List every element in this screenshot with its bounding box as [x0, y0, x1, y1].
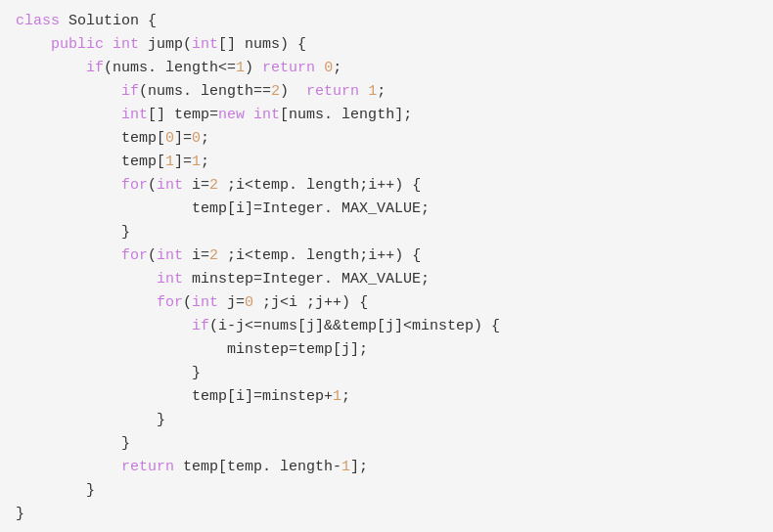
code-token: (i-j<=nums[j]&&temp[j]<minstep) { [209, 318, 500, 334]
code-token: ]= [174, 130, 192, 147]
code-token: ( [183, 294, 192, 311]
code-line: } [16, 479, 757, 503]
code-token: [] nums) { [218, 36, 306, 53]
code-token: temp[temp. length- [174, 459, 341, 475]
code-line: class Solution { [16, 10, 757, 33]
code-token: ;i<temp. length;i++) { [218, 247, 421, 264]
code-token: minstep=Integer. MAX_VALUE; [183, 271, 430, 288]
code-token [359, 83, 368, 100]
code-token: jump( [139, 36, 192, 53]
code-token: for [157, 294, 183, 311]
code-line: if(nums. length==2) return 1; [16, 80, 757, 104]
code-token: ) [280, 83, 306, 100]
code-line: for(int j=0 ;j<i ;j++) { [16, 291, 757, 315]
code-token: int [121, 107, 148, 123]
code-token: 0 [165, 130, 174, 147]
code-line: temp[i]=Integer. MAX_VALUE; [16, 198, 757, 221]
code-token [104, 36, 113, 53]
code-line: } [16, 409, 757, 432]
code-token: ]= [174, 154, 192, 170]
code-token [16, 271, 157, 288]
code-token: return [306, 83, 359, 100]
code-token: int [157, 247, 183, 264]
code-token: (nums. length<= [104, 60, 236, 76]
code-token [16, 482, 86, 499]
code-line: temp[1]=1; [16, 151, 757, 174]
code-token [16, 177, 121, 194]
code-token: int [253, 107, 280, 123]
code-token: 1 [192, 154, 201, 170]
code-token: for [121, 247, 148, 264]
code-token: ; [201, 130, 209, 147]
code-token: ( [148, 177, 157, 194]
code-token [16, 36, 51, 53]
code-token: } [86, 482, 95, 499]
code-token: 0 [324, 60, 333, 76]
code-token: 1 [236, 60, 245, 76]
code-token [16, 200, 192, 217]
code-token [16, 341, 227, 358]
code-line: if(i-j<=nums[j]&&temp[j]<minstep) { [16, 315, 757, 338]
code-token: ; [341, 388, 350, 405]
code-token: if [121, 83, 139, 100]
code-token: ) [245, 60, 262, 76]
code-token: } [16, 506, 24, 522]
code-token: (nums. length== [139, 83, 271, 100]
code-token: class [16, 13, 60, 29]
code-token [16, 83, 121, 100]
code-token: i= [183, 177, 209, 194]
code-token: ; [377, 83, 386, 100]
code-line: for(int i=2 ;i<temp. length;i++) { [16, 244, 757, 268]
code-token: public [51, 36, 104, 53]
code-token: ; [201, 154, 209, 170]
code-token: j= [218, 294, 245, 311]
code-line: minstep=temp[j]; [16, 338, 757, 362]
code-token: if [86, 60, 104, 76]
code-token: ]; [350, 459, 368, 475]
code-token: 0 [245, 294, 253, 311]
code-token: int [157, 271, 183, 288]
code-line: return temp[temp. length-1]; [16, 456, 757, 479]
code-line: temp[i]=minstep+1; [16, 385, 757, 409]
code-line: if(nums. length<=1) return 0; [16, 57, 757, 80]
code-token: temp[i]=Integer. MAX_VALUE; [192, 200, 430, 217]
code-line: temp[0]=0; [16, 127, 757, 151]
code-token [245, 107, 253, 123]
code-token: 1 [341, 459, 350, 475]
code-token: 2 [209, 177, 218, 194]
code-line: } [16, 221, 757, 244]
code-token: ; [333, 60, 341, 76]
code-token: 2 [209, 247, 218, 264]
code-editor: class Solution { public int jump(int[] n… [0, 0, 773, 532]
code-token [16, 60, 86, 76]
code-token: } [157, 412, 165, 428]
code-line: int minstep=Integer. MAX_VALUE; [16, 268, 757, 291]
code-token: int [157, 177, 183, 194]
code-block: class Solution { public int jump(int[] n… [16, 10, 757, 526]
code-token: i= [183, 247, 209, 264]
code-token: ;i<temp. length;i++) { [218, 177, 421, 194]
code-token: [nums. length]; [280, 107, 412, 123]
code-token: if [192, 318, 209, 334]
code-token [16, 365, 192, 381]
code-token: for [121, 177, 148, 194]
code-token [16, 318, 192, 334]
code-token: temp[ [121, 154, 165, 170]
code-token [16, 224, 121, 241]
code-token [16, 435, 121, 452]
code-token: } [121, 435, 130, 452]
code-token: ;j<i ;j++) { [253, 294, 368, 311]
code-token [16, 459, 121, 475]
code-token: int [113, 36, 139, 53]
code-token: minstep=temp[j]; [227, 341, 368, 358]
code-token: int [192, 36, 218, 53]
code-line: for(int i=2 ;i<temp. length;i++) { [16, 174, 757, 198]
code-line: } [16, 503, 757, 526]
code-token: } [121, 224, 130, 241]
code-token [16, 154, 121, 170]
code-token: 2 [271, 83, 280, 100]
code-line: } [16, 362, 757, 385]
code-line: } [16, 432, 757, 456]
code-line: int[] temp=new int[nums. length]; [16, 104, 757, 127]
code-token [16, 130, 121, 147]
